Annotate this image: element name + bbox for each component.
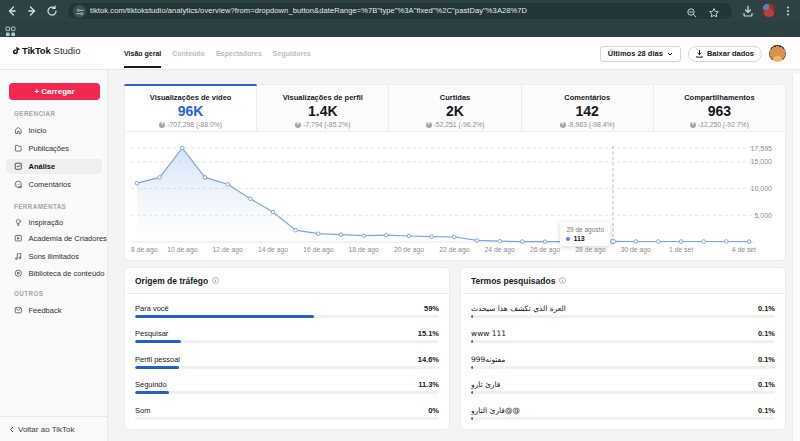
reload-icon[interactable] — [45, 4, 59, 18]
url-bar[interactable]: tiktok.com/tiktokstudio/analytics/overvi… — [68, 3, 732, 19]
bar-track — [135, 417, 439, 420]
downloads-icon[interactable] — [741, 4, 755, 18]
svg-text:8 de ago: 8 de ago — [131, 246, 158, 254]
bar-row-label: العره الذي تكشف هذا سيحدث — [471, 304, 566, 313]
bar-track — [135, 391, 439, 394]
bar-row-1: Pesquisar 15.1% — [135, 324, 439, 349]
sidebar-item-academia[interactable]: Academia de Criadores — [6, 231, 102, 246]
search-terms-title-text: Termos pesquisados — [471, 276, 555, 286]
svg-text:1 de set: 1 de set — [669, 246, 693, 253]
sidebar-item-label: Comentários — [29, 180, 72, 189]
sidebar-item-inspiracao[interactable]: Inspiração — [6, 215, 102, 230]
bar-row-value: 11.3% — [418, 380, 439, 389]
user-avatar[interactable] — [769, 45, 786, 62]
forward-icon[interactable] — [25, 4, 39, 18]
bar-row-2: Perfil pessoal 14.6% — [135, 350, 439, 375]
music-icon — [14, 252, 23, 261]
chevron-left-icon — [9, 426, 14, 433]
bar-row-2: مفتونه999 0.1% — [471, 350, 775, 375]
browser-toolbar: tiktok.com/tiktokstudio/analytics/overvi… — [0, 0, 800, 21]
svg-text:14 de ago: 14 de ago — [258, 246, 288, 254]
bar-row-label: Som — [135, 406, 150, 415]
logo-text-studio: Studio — [54, 45, 81, 56]
bar-row-value: 0.1% — [758, 355, 775, 364]
traffic-source-card: Origem de tráfego Para você 59% Pesquisa… — [124, 267, 450, 430]
metric-value: 1.4K — [257, 103, 388, 119]
tab-espectadores[interactable]: Espectadores — [216, 37, 262, 70]
back-icon[interactable] — [5, 4, 19, 18]
bar-fill — [471, 366, 473, 369]
bar-track — [135, 366, 439, 369]
tiktok-studio-logo[interactable]: TikTok Studio — [12, 45, 80, 56]
bar-row-label: قارئ تارو — [471, 380, 500, 389]
bookmark-star-icon[interactable] — [708, 5, 720, 17]
search-terms-title: Termos pesquisados — [461, 268, 785, 294]
back-link-label: Voltar ao TikTok — [18, 425, 74, 434]
date-range-button[interactable]: Últimos 28 dias — [600, 46, 681, 62]
metric-change: ▼-7,794 (-85.2%) — [257, 121, 388, 128]
metric-label: Compartilhamentos — [654, 93, 785, 102]
sidebar-item-label: Publicações — [29, 144, 69, 153]
metric-card-1[interactable]: Visualizações de perfil 1.4K ▼-7,794 (-8… — [257, 85, 389, 131]
back-to-tiktok-link[interactable]: Voltar ao TikTok — [0, 416, 107, 441]
metric-value: 96K — [125, 103, 256, 119]
metric-change: ▼-8,963 (-98.4%) — [522, 121, 653, 128]
upload-button[interactable]: + Carregar — [9, 83, 100, 100]
bar-track — [471, 417, 775, 420]
apps-grid-icon[interactable] — [5, 23, 16, 34]
bar-fill — [471, 315, 473, 318]
zoom-out-icon[interactable] — [686, 5, 698, 17]
bar-row-1: www 111 0.1% — [471, 324, 775, 349]
bar-row-label: www 111 — [471, 329, 506, 338]
bar-row-label: Perfil pessoal — [135, 355, 180, 364]
sidebar-item-feedback[interactable]: Feedback — [6, 303, 102, 318]
bar-row-label: Para você — [135, 304, 169, 313]
bar-track — [135, 315, 439, 318]
tab-visao-geral[interactable]: Visão geral — [124, 37, 161, 70]
info-icon[interactable] — [212, 277, 219, 284]
tab-conteudo[interactable]: Conteúdo — [172, 37, 205, 70]
page-scrollbar[interactable] — [792, 74, 800, 441]
svg-text:10 de ago: 10 de ago — [167, 246, 197, 254]
bar-row-label: مفتونه999 — [471, 355, 505, 364]
sidebar-item-publicacoes[interactable]: Publicações — [6, 141, 102, 156]
analytics-icon — [14, 162, 23, 171]
app-header: TikTok Studio Visão geral Conteúdo Espec… — [0, 37, 800, 70]
metric-card-4[interactable]: Compartilhamentos 963 ▼-12,250 (-92.7%) — [654, 85, 785, 131]
sidebar-item-label: Feedback — [29, 306, 62, 315]
posts-icon — [14, 144, 23, 153]
section-label-ferramentas: FERRAMENTAS — [14, 203, 66, 210]
download-data-button[interactable]: Baixar dados — [688, 46, 762, 62]
svg-text:4 de set: 4 de set — [732, 246, 756, 253]
svg-text:12 de ago: 12 de ago — [213, 246, 243, 254]
bar-fill — [135, 315, 314, 318]
metric-card-3[interactable]: Comentários 142 ▼-8,963 (-98.4%) — [522, 85, 654, 131]
tooltip-series-dot — [566, 237, 570, 241]
bar-row-3: قارئ تارو 0.1% — [471, 375, 775, 400]
metric-value: 2K — [389, 103, 520, 119]
library-icon — [14, 269, 23, 278]
metric-cards: Visualizações de vídeo 96K ▼-707,298 (-8… — [125, 85, 785, 132]
search-terms-card: Termos pesquisados العره الذي تكشف هذا س… — [460, 267, 786, 430]
svg-text:17,595: 17,595 — [751, 145, 773, 152]
browser-profile-avatar[interactable] — [762, 3, 776, 17]
tab-seguidores[interactable]: Seguidores — [273, 37, 311, 70]
site-settings-icon[interactable] — [73, 5, 86, 18]
metric-change: ▼-707,298 (-88.0%) — [125, 121, 256, 128]
sidebar-item-analise[interactable]: Análise — [6, 159, 102, 174]
logo-text-tiktok: TikTok — [22, 45, 51, 56]
sidebar-item-biblioteca[interactable]: Biblioteca de conteúdo — [6, 266, 102, 281]
metric-card-2[interactable]: Curtidas 2K ▼-52,251 (-96.2%) — [389, 85, 521, 131]
tooltip-value: 113 — [566, 235, 604, 242]
bar-track — [471, 315, 775, 318]
sidebar-item-inicio[interactable]: Início — [6, 123, 102, 138]
browser-menu-icon[interactable] — [781, 4, 795, 18]
metric-label: Visualizações de perfil — [257, 93, 388, 102]
sidebar-item-sons[interactable]: Sons ilimitados — [6, 249, 102, 264]
sidebar-item-comentarios[interactable]: Comentários — [6, 177, 102, 192]
svg-text:28 de ago: 28 de ago — [575, 246, 605, 254]
metric-card-0[interactable]: Visualizações de vídeo 96K ▼-707,298 (-8… — [125, 85, 257, 131]
download-data-label: Baixar dados — [707, 49, 754, 58]
info-icon[interactable] — [559, 277, 566, 284]
sidebar-item-label: Academia de Criadores — [29, 234, 107, 243]
